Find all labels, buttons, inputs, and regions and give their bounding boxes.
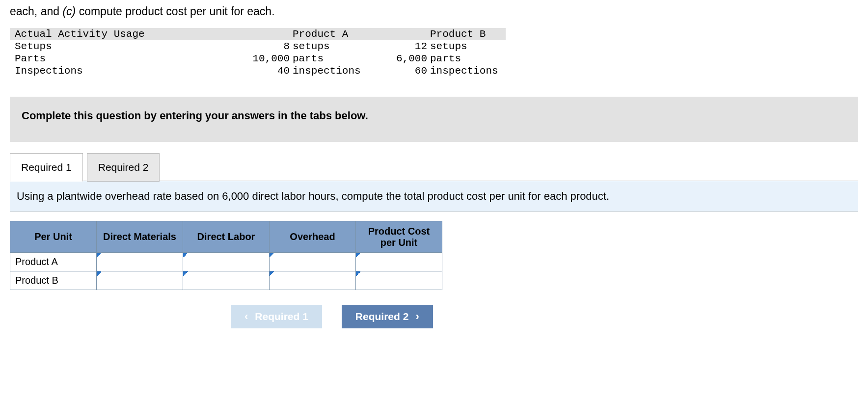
input-product-a-overhead[interactable] [270,253,356,271]
prompt-strip: Using a plantwide overhead rate based on… [10,181,858,212]
answer-header-direct-materials: Direct Materials [97,221,183,253]
usage-cell: 12 [368,40,427,53]
answer-header-per-unit: Per Unit [10,221,97,253]
usage-header-product-b: Product B [427,28,506,40]
usage-cell: parts [427,53,506,65]
input-product-b-direct-labor[interactable] [183,271,270,290]
chevron-left-icon: ‹ [244,310,248,323]
usage-cell: inspections [290,65,368,77]
instruction-text: Complete this question by entering your … [22,109,368,122]
cell-marker-icon [183,271,188,276]
usage-cell: setups [427,40,506,53]
answer-header-overhead: Overhead [270,221,356,253]
intro-prefix: each, and [10,5,62,18]
answer-table: Per Unit Direct Materials Direct Labor O… [10,221,442,290]
chevron-right-icon: › [415,310,419,323]
answer-header-product-cost: Product Cost per Unit [356,221,442,253]
input-product-a-direct-labor[interactable] [183,253,270,271]
next-button-label: Required 2 [355,311,409,322]
tab-required-1[interactable]: Required 1 [10,153,83,182]
instruction-bar: Complete this question by entering your … [10,97,858,142]
cell-marker-icon [183,253,188,258]
cell-marker-icon [356,271,361,276]
usage-cell: 60 [368,65,427,77]
input-product-b-overhead[interactable] [270,271,356,290]
usage-cell: setups [290,40,368,53]
input-product-a-direct-materials[interactable] [97,253,183,271]
input-product-b-cost-per-unit[interactable] [356,271,442,290]
table-row: Product B [10,271,442,290]
cell-marker-icon [270,271,274,276]
cell-marker-icon [97,271,102,276]
intro-suffix: compute product cost per unit for each. [76,5,274,18]
nav-row: ‹ Required 1 Required 2 › [231,305,858,328]
prev-button[interactable]: ‹ Required 1 [231,305,322,328]
intro-text: each, and (c) compute product cost per u… [10,4,858,19]
usage-cell: 6,000 [368,53,427,65]
cell-marker-icon [270,253,274,258]
prompt-text: Using a plantwide overhead rate based on… [17,190,609,202]
tab-label: Required 1 [21,161,72,173]
usage-cell: parts [290,53,368,65]
usage-cell: 40 [221,65,290,77]
tab-row: Required 1 Required 2 [10,149,858,181]
activity-usage-table: Actual Activity Usage Product A Product … [10,28,506,77]
table-row: Product A [10,253,442,271]
usage-row-label: Inspections [10,65,221,77]
usage-header-product-a: Product A [290,28,368,40]
answer-header-direct-labor: Direct Labor [183,221,270,253]
usage-header-activity: Actual Activity Usage [10,28,221,40]
prev-button-label: Required 1 [255,311,308,322]
usage-row-label: Parts [10,53,221,65]
cell-marker-icon [97,253,102,258]
next-button[interactable]: Required 2 › [342,305,433,328]
usage-cell: inspections [427,65,506,77]
row-label-product-a: Product A [10,253,97,271]
cell-marker-icon [356,253,361,258]
tab-label: Required 2 [98,161,149,173]
intro-part-label: (c) [62,5,76,18]
usage-row-label: Setups [10,40,221,53]
usage-cell: 10,000 [221,53,290,65]
tab-underline [160,181,858,181]
usage-cell: 8 [221,40,290,53]
row-label-product-b: Product B [10,271,97,290]
tab-required-2[interactable]: Required 2 [87,153,160,182]
input-product-b-direct-materials[interactable] [97,271,183,290]
input-product-a-cost-per-unit[interactable] [356,253,442,271]
